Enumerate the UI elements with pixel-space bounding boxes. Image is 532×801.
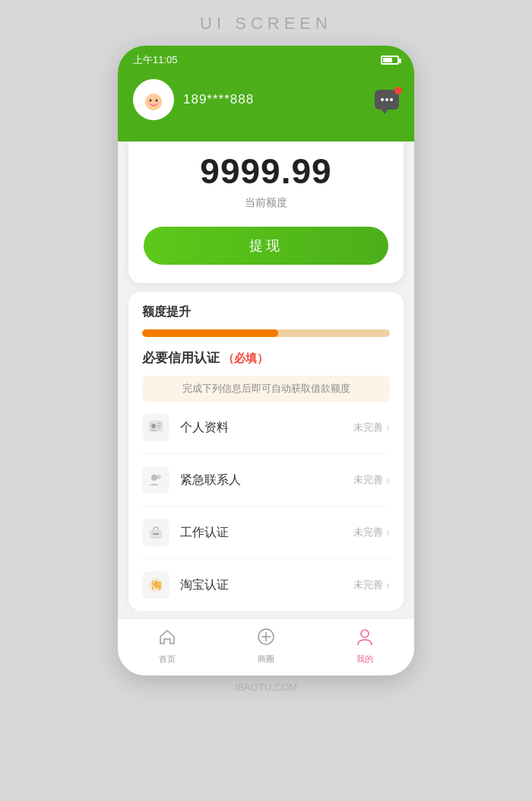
message-icon[interactable] xyxy=(375,90,399,110)
home-icon xyxy=(157,627,177,651)
personal-arrow: › xyxy=(386,421,390,434)
svg-point-5 xyxy=(147,101,150,104)
avatar-svg xyxy=(136,82,171,117)
svg-rect-11 xyxy=(157,423,161,424)
svg-point-10 xyxy=(151,424,156,428)
header-left: 189****888 xyxy=(133,79,254,120)
bottom-credit: IBAOTU.COM xyxy=(235,682,297,701)
svg-point-6 xyxy=(157,101,160,104)
nav-item-home[interactable]: 首页 xyxy=(144,627,190,665)
info-hint: 完成下列信息后即可自动获取借款额度 xyxy=(142,376,390,402)
svg-rect-13 xyxy=(157,428,160,429)
taobao-icon: 淘 xyxy=(142,571,169,599)
amount-value: 9999.99 xyxy=(144,151,388,192)
list-item-personal[interactable]: 个人资料 未完善 › xyxy=(142,402,390,454)
msg-badge xyxy=(394,87,402,94)
svg-text:淘: 淘 xyxy=(151,580,161,591)
list-item-taobao[interactable]: 淘 淘宝认证 未完善 › xyxy=(142,559,390,611)
emergency-icon xyxy=(142,466,169,494)
home-label: 首页 xyxy=(159,653,176,665)
credit-section: 额度提升 必要信用认证 （必填） 完成下列信息后即可自动获取借款额度 xyxy=(128,292,404,611)
taobao-arrow: › xyxy=(386,579,390,591)
svg-point-8 xyxy=(149,87,158,91)
mine-label: 我的 xyxy=(356,653,373,665)
credit-title: 额度提升 xyxy=(142,304,390,320)
status-bar: 上午11:05 xyxy=(118,46,414,72)
bottom-nav: 首页 商圈 我的 xyxy=(118,618,414,675)
battery-icon xyxy=(381,56,399,65)
svg-point-3 xyxy=(150,100,152,102)
work-arrow: › xyxy=(386,526,390,539)
work-status: 未完善 xyxy=(353,526,383,539)
market-label: 商圈 xyxy=(258,653,274,665)
work-icon xyxy=(142,519,169,546)
avatar[interactable] xyxy=(133,79,174,120)
svg-point-4 xyxy=(156,100,158,102)
page-wrapper: UI SCREEN 上午11:05 xyxy=(0,0,532,801)
progress-bar-background xyxy=(142,329,390,337)
nav-item-mine[interactable]: 我的 xyxy=(342,627,388,665)
svg-rect-12 xyxy=(157,425,161,427)
svg-rect-17 xyxy=(153,533,159,535)
main-card: 9999.99 当前额度 提现 xyxy=(128,129,404,283)
personal-label: 个人资料 xyxy=(180,420,353,436)
personal-status: 未完善 xyxy=(353,421,383,434)
svg-point-23 xyxy=(361,630,369,637)
required-tag: （必填） xyxy=(223,351,268,366)
progress-bar-fill xyxy=(142,329,278,337)
page-title: UI SCREEN xyxy=(0,0,532,46)
mine-icon xyxy=(355,627,375,651)
user-phone: 189****888 xyxy=(183,92,254,107)
personal-icon xyxy=(142,414,169,441)
emergency-arrow: › xyxy=(386,474,390,486)
taobao-status: 未完善 xyxy=(353,578,383,592)
list-item-emergency[interactable]: 紧急联系人 未完善 › xyxy=(142,454,390,507)
status-time: 上午11:05 xyxy=(133,53,178,67)
list-item-work[interactable]: 工作认证 未完善 › xyxy=(142,507,390,559)
nav-item-market[interactable]: 商圈 xyxy=(243,627,289,665)
amount-label: 当前额度 xyxy=(144,196,388,210)
market-icon xyxy=(256,627,276,651)
credit-items-list: 个人资料 未完善 › 紧急联系人 未完善 › xyxy=(142,402,390,611)
work-label: 工作认证 xyxy=(180,525,353,541)
status-bar-right xyxy=(381,56,399,65)
header-area: 189****888 xyxy=(118,72,414,141)
required-credit-title: 必要信用认证 xyxy=(142,349,220,367)
taobao-label: 淘宝认证 xyxy=(180,577,353,593)
svg-point-14 xyxy=(151,475,157,481)
emergency-status: 未完善 xyxy=(353,473,383,487)
withdraw-button[interactable]: 提现 xyxy=(144,227,388,265)
emergency-label: 紧急联系人 xyxy=(180,472,353,488)
phone-frame: 上午11:05 xyxy=(118,46,414,675)
svg-point-15 xyxy=(157,475,161,479)
